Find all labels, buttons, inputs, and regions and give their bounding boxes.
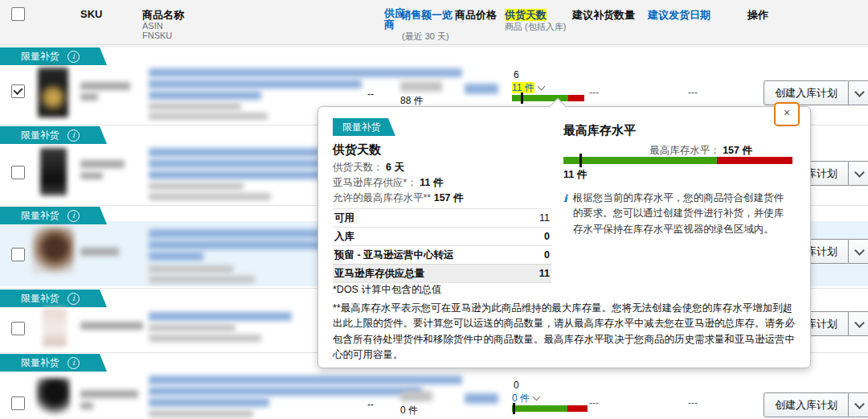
sku-text-blurred [80, 390, 138, 398]
product-meta-blurred [149, 324, 235, 331]
col-sales-sub: (最近 30 天) [402, 31, 449, 43]
product-meta-blurred [149, 113, 268, 120]
table-row-total: 亚马逊库存供应总量11 [333, 264, 551, 283]
create-inbound-plan-button[interactable]: 创建入库计划 [764, 392, 849, 417]
limited-restock-badge: 限量补货i [0, 290, 107, 307]
current-level-label: 11 件 [563, 168, 587, 182]
sku-text-blurred [80, 160, 125, 168]
inventory-level-bar [512, 405, 588, 412]
supplier-value: -- [367, 88, 374, 100]
banner-stripe: 限量补货i [0, 46, 868, 65]
product-image [32, 227, 74, 273]
sku-text-blurred [80, 322, 143, 330]
product-meta-blurred [149, 276, 255, 283]
stat-max-level: 允许的最高库存水平** 157 件 [333, 191, 464, 205]
sku-text-blurred [80, 248, 119, 256]
sales-amount-blurred [400, 81, 442, 92]
info-icon[interactable]: i [68, 51, 80, 63]
chevron-down-icon [854, 87, 865, 97]
chevron-down-icon [854, 167, 865, 178]
product-meta-blurred [149, 183, 244, 190]
chevron-down-icon [854, 318, 865, 328]
days-of-supply-value: 6 [514, 69, 519, 80]
inventory-breakdown-table: 可用11 入库0 预留 - 亚马逊运营中心转运0 亚马逊库存供应总量11 [333, 208, 551, 283]
popover-left-title: 供货天数 [333, 142, 381, 158]
close-button[interactable]: × [774, 102, 800, 126]
col-suggested-qty: 建议补货数量 [572, 8, 635, 23]
col-asin: ASIN [142, 21, 163, 31]
days-of-supply-value: 0 [514, 380, 519, 391]
col-ship-date[interactable]: 建议发货日期 [648, 8, 710, 23]
suggested-qty-value: --- [589, 397, 599, 409]
chevron-down-icon [854, 399, 865, 409]
product-meta-blurred [149, 410, 253, 417]
restock-inventory-page: SKU 商品名称 ASIN FNSKU 供应商 销售额一览 (最近 30 天) … [0, 0, 868, 419]
supply-units-link[interactable]: 11 件 [512, 81, 544, 95]
product-meta-blurred [149, 193, 271, 200]
supply-units-link[interactable]: 0 件 [512, 392, 539, 405]
info-icon[interactable]: i [68, 210, 80, 222]
ship-date-value: --- [688, 397, 698, 409]
product-meta-blurred [149, 265, 233, 273]
table-row: 入库0 [333, 227, 551, 245]
suggested-qty-value: --- [589, 87, 599, 98]
row-checkbox[interactable] [11, 166, 25, 179]
inventory-monitor-bar [563, 157, 792, 164]
action-dropdown-button[interactable] [849, 392, 868, 417]
row-checkbox[interactable] [11, 322, 25, 335]
row-checkbox[interactable] [11, 84, 25, 98]
chevron-down-icon [537, 83, 545, 91]
info-icon[interactable]: i [68, 293, 80, 305]
col-sales[interactable]: 销售额一览 [400, 8, 452, 23]
max-level-label: 最高库存水平： 157 件 [563, 144, 752, 158]
action-dropdown-button[interactable] [849, 311, 868, 336]
sales-units: 0 件 [400, 404, 418, 417]
row-checkbox[interactable] [11, 248, 25, 261]
action-dropdown-button[interactable] [849, 80, 868, 105]
chevron-down-icon [854, 245, 865, 256]
col-fnsku: FNSKU [142, 31, 172, 40]
sku-text-blurred [80, 172, 103, 179]
product-image [38, 68, 68, 117]
action-dropdown-button[interactable] [849, 161, 868, 186]
stat-days: 供货天数： 6 天 [333, 161, 404, 175]
row-checkbox[interactable] [11, 396, 25, 410]
info-message: i 根据您当前的库存水平，您的商品符合创建货件的要求。您可以通过创建货件进行补货… [563, 191, 792, 237]
product-meta-blurred [149, 335, 261, 342]
inventory-level-bar [512, 95, 584, 101]
limited-restock-badge: 限量补货i [0, 207, 107, 224]
limited-restock-badge: 限量补货i [0, 126, 107, 144]
limited-restock-badge: 限量补货i [0, 47, 107, 65]
action-button-group: 创建入库计划 [764, 392, 868, 417]
table-row: 预留 - 亚马逊运营中心转运0 [333, 245, 551, 264]
info-icon[interactable]: i [68, 357, 80, 369]
stat-amazon-supply: 亚马逊库存供应*： 11 件 [333, 176, 444, 190]
col-price: 商品价格 [455, 8, 497, 23]
ship-date-value: --- [688, 87, 698, 98]
limited-restock-badge: 限量补货i [0, 354, 107, 372]
action-dropdown-button[interactable] [849, 239, 868, 264]
select-all-checkbox[interactable] [11, 7, 25, 21]
chevron-down-icon [533, 393, 541, 401]
col-actions: 操作 [747, 8, 768, 23]
table-header: SKU 商品名称 ASIN FNSKU 供应商 销售额一览 (最近 30 天) … [0, 0, 868, 45]
supplier-value: -- [367, 399, 374, 410]
days-of-supply-popover: × 限量补货 供货天数 供货天数： 6 天 亚马逊库存供应*： 11 件 允许的… [317, 106, 811, 368]
sku-text-blurred [80, 402, 93, 409]
limited-restock-badge: 限量补货 [333, 118, 395, 136]
sku-text-blurred [80, 82, 130, 90]
info-icon: i [563, 191, 567, 237]
col-days-sub: 商品 (包括入库) [505, 21, 566, 33]
footnote-max-level: **最高库存水平表示您可在亚马逊为此商品维持的最大库存量。您将无法创建会使您的库… [333, 301, 797, 364]
table-row: 可用11 [333, 208, 551, 227]
price-blurred [465, 393, 498, 404]
popover-right-title: 最高库存水平 [563, 123, 636, 138]
product-image [36, 378, 70, 419]
sales-amount-blurred [400, 391, 432, 401]
info-icon[interactable]: i [68, 129, 80, 142]
price-blurred [465, 84, 498, 94]
product-image [40, 148, 67, 195]
col-sku: SKU [80, 8, 102, 20]
sku-text-blurred [80, 93, 98, 101]
footnote-dos: *DOS 计算中包含的总值 [333, 282, 797, 298]
